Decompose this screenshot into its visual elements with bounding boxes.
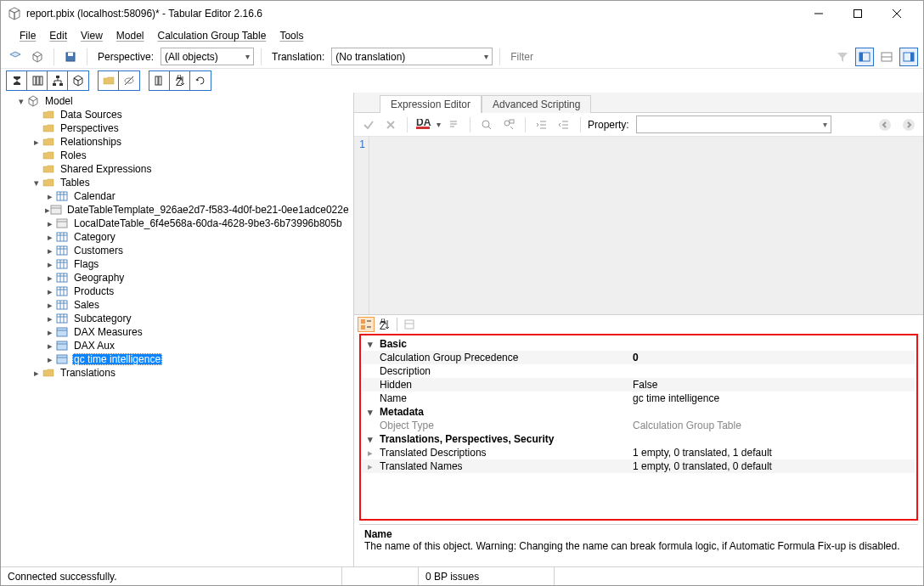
menu-calcgroup[interactable]: Calculation Group Table <box>151 28 273 43</box>
connect-icon[interactable] <box>6 48 25 66</box>
replace-icon[interactable] <box>499 116 518 134</box>
perspective-combo[interactable]: (All objects) ▾ <box>161 48 254 65</box>
tree-relationships[interactable]: ▸Relationships <box>1 135 353 149</box>
expander-icon[interactable]: ▾ <box>363 434 378 445</box>
menu-view[interactable]: View <box>74 28 110 43</box>
dax-format-icon[interactable]: DAX <box>414 116 433 134</box>
svg-line-79 <box>488 127 491 129</box>
tree-sharedexpr[interactable]: Shared Expressions <box>1 162 353 176</box>
filter-icon[interactable] <box>833 48 852 66</box>
refresh-icon[interactable] <box>190 71 211 90</box>
tree-table-item[interactable]: ▸DAX Measures <box>1 325 353 339</box>
accept-icon[interactable] <box>359 116 378 134</box>
folder-toggle-icon[interactable] <box>99 71 119 90</box>
prop-tname-value[interactable]: 1 empty, 0 translated, 0 default <box>633 460 915 472</box>
tree-table-item[interactable]: ▸Flags <box>1 257 353 271</box>
prop-hidden-value[interactable]: False <box>633 379 915 391</box>
tab-expression[interactable]: Expression Editor <box>380 95 482 113</box>
open-icon[interactable] <box>28 48 47 66</box>
minimize-button[interactable] <box>799 2 838 25</box>
tree-root[interactable]: ▾ Model <box>1 94 353 108</box>
tree-table-item[interactable]: ▸DAX Aux <box>1 339 353 352</box>
property-grid[interactable]: ▾Basic Calculation Group Precedence0 Des… <box>359 334 918 521</box>
tree-roles[interactable]: Roles <box>1 149 353 162</box>
categorized-icon[interactable] <box>358 317 375 332</box>
svg-rect-14 <box>40 76 42 85</box>
expander-icon[interactable]: ▾ <box>16 96 26 107</box>
category-metadata: Metadata <box>378 406 633 418</box>
svg-rect-16 <box>53 83 56 86</box>
sort-az-icon[interactable]: AZ <box>170 71 190 90</box>
tab-scripting[interactable]: Advanced Scripting <box>482 95 591 113</box>
comment-icon[interactable] <box>444 116 463 134</box>
secondary-toolbar: AZ <box>1 69 923 93</box>
tree-table-item[interactable]: ▸Category <box>1 230 353 244</box>
filter-input[interactable] <box>510 48 830 65</box>
editor-surface[interactable] <box>369 137 923 314</box>
columns-icon[interactable] <box>27 71 48 90</box>
close-button[interactable] <box>877 2 916 25</box>
indent-icon[interactable] <box>532 116 551 134</box>
outdent-icon[interactable] <box>555 116 573 134</box>
nav-forward-icon[interactable] <box>899 116 918 134</box>
expander-icon[interactable]: ▸ <box>363 448 378 459</box>
expression-editor[interactable]: 1 <box>354 137 923 315</box>
cube-icon[interactable] <box>68 71 88 90</box>
expander-icon[interactable]: ▸ <box>363 461 378 472</box>
sort-columns-icon[interactable] <box>149 71 170 90</box>
svg-rect-90 <box>361 319 365 324</box>
chevron-down-icon: ▾ <box>245 52 250 61</box>
property-pages-icon[interactable] <box>401 317 418 332</box>
menu-model[interactable]: Model <box>110 28 151 43</box>
prop-tdesc-value[interactable]: 1 empty, 0 translated, 1 default <box>633 447 915 459</box>
status-bp[interactable]: 0 BP issues <box>419 567 555 585</box>
property-combo[interactable]: ▾ <box>636 116 831 133</box>
view-mode-2-icon[interactable] <box>877 48 896 66</box>
perspective-value: (All objects) <box>165 51 218 63</box>
tree-perspectives[interactable]: Perspectives <box>1 121 353 135</box>
tree-table-item[interactable]: ▸Geography <box>1 271 353 285</box>
tree-table-item[interactable]: ▸Customers <box>1 244 353 257</box>
status-empty <box>342 567 419 585</box>
tree-table-item[interactable]: ▸Calendar <box>1 189 353 203</box>
maximize-button[interactable] <box>838 2 877 25</box>
tree-table-item[interactable]: ▸LocalDateTable_6f4e568a-60da-4628-9be3-… <box>1 217 353 230</box>
translation-combo[interactable]: (No translation) ▾ <box>331 48 493 65</box>
svg-rect-7 <box>859 53 863 61</box>
sigma-icon[interactable] <box>7 71 27 90</box>
cancel-icon[interactable] <box>381 116 400 134</box>
tree-table-item-selected[interactable]: ▸gc time intelligence <box>1 352 353 366</box>
prop-name-value[interactable]: gc time intelligence <box>633 392 915 404</box>
svg-rect-65 <box>57 328 67 336</box>
prop-tdesc-label: Translated Descriptions <box>378 447 633 459</box>
find-icon[interactable] <box>477 116 496 134</box>
expander-icon[interactable]: ▾ <box>363 339 378 350</box>
tree-datasources[interactable]: Data Sources <box>1 108 353 121</box>
tree-table-item[interactable]: ▸Products <box>1 285 353 298</box>
chevron-down-icon[interactable]: ▾ <box>437 120 441 129</box>
menu-tools[interactable]: Tools <box>273 28 310 43</box>
svg-rect-41 <box>57 246 67 255</box>
save-icon[interactable] <box>61 48 80 66</box>
view-mode-3-icon[interactable] <box>899 48 918 66</box>
help-text: The name of this object. Warning: Changi… <box>364 540 913 552</box>
view-mode-1-icon[interactable] <box>855 48 874 66</box>
svg-rect-25 <box>159 76 161 85</box>
alphabetical-icon[interactable]: AZ <box>376 317 393 332</box>
svg-rect-5 <box>68 53 73 56</box>
prop-name-label: Name <box>378 392 633 404</box>
expander-icon[interactable]: ▾ <box>363 407 378 418</box>
tree-tables[interactable]: ▾Tables <box>1 176 353 189</box>
tree-table-item[interactable]: ▸Subcategory <box>1 312 353 325</box>
menu-edit[interactable]: Edit <box>42 28 74 43</box>
hierarchy-icon[interactable] <box>48 71 68 90</box>
tree-table-item[interactable]: ▸Sales <box>1 298 353 312</box>
tree-table-item[interactable]: ▸DateTableTemplate_926ae2d7-f583-4d0f-be… <box>1 203 353 217</box>
svg-rect-33 <box>51 206 61 214</box>
prop-cgp-value[interactable]: 0 <box>633 352 915 363</box>
tree-translations[interactable]: ▸Translations <box>1 366 353 380</box>
model-tree[interactable]: ▾ Model Data Sources Perspectives ▸Relat… <box>1 93 353 566</box>
hidden-toggle-icon[interactable] <box>119 71 139 90</box>
nav-back-icon[interactable] <box>876 116 894 134</box>
menu-file[interactable]: File <box>13 28 42 43</box>
